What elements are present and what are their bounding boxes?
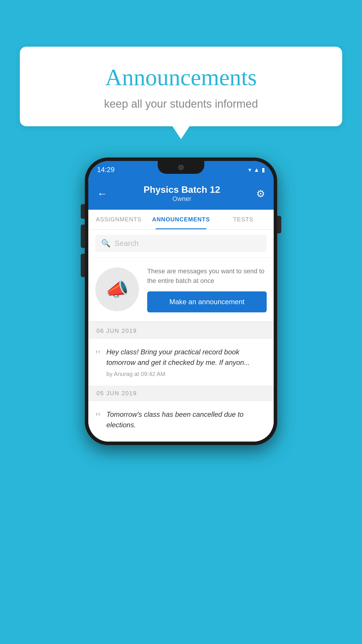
search-icon: 🔍 xyxy=(101,239,110,248)
status-time: 14:29 xyxy=(97,166,115,174)
tab-assignments[interactable]: ASSIGNMENTS xyxy=(88,210,149,229)
quote-icon-2: " xyxy=(95,411,101,424)
mute-button xyxy=(81,204,85,219)
speech-bubble-subtitle: keep all your students informed xyxy=(37,98,325,110)
status-icons: ▾ ▲ ▮ xyxy=(248,166,265,173)
tabs-bar: ASSIGNMENTS ANNOUNCEMENTS TESTS xyxy=(88,210,274,230)
phone-outer-frame: 14:29 ▾ ▲ ▮ ← Physics Batch 12 Owner ⚙ xyxy=(85,158,277,445)
camera xyxy=(178,165,184,170)
tab-announcements[interactable]: ANNOUNCEMENTS xyxy=(149,210,213,229)
power-button xyxy=(277,216,281,233)
speech-bubble-card: Announcements keep all your students inf… xyxy=(20,47,342,126)
phone-notch xyxy=(158,161,204,174)
announcement-text-1: Hey class! Bring your practical record b… xyxy=(106,347,267,368)
app-header: ← Physics Batch 12 Owner ⚙ xyxy=(88,178,274,210)
search-input-wrap[interactable]: 🔍 Search xyxy=(95,235,267,252)
announcement-item-2[interactable]: " Tomorrow's class has been cancelled du… xyxy=(88,401,274,442)
wifi-icon: ▾ xyxy=(248,166,251,173)
settings-button[interactable]: ⚙ xyxy=(256,188,265,200)
volume-up-button xyxy=(81,225,85,248)
announcement-item-1[interactable]: " Hey class! Bring your practical record… xyxy=(88,339,274,386)
make-announcement-button[interactable]: Make an announcement xyxy=(147,291,267,312)
search-placeholder: Search xyxy=(115,239,138,248)
speech-bubble-title: Announcements xyxy=(37,64,325,91)
announcement-meta-1: by Anurag at 09:42 AM xyxy=(106,371,267,377)
tab-tests[interactable]: TESTS xyxy=(213,210,274,229)
announce-description: These are messages you want to send to t… xyxy=(147,266,267,286)
volume-down-button xyxy=(81,254,85,277)
battery-icon: ▮ xyxy=(262,166,265,173)
header-title: Physics Batch 12 xyxy=(143,184,220,195)
announcement-text-2: Tomorrow's class has been cancelled due … xyxy=(106,409,267,430)
announcement-text-group-1: Hey class! Bring your practical record b… xyxy=(106,347,267,377)
header-title-group: Physics Batch 12 Owner xyxy=(143,184,220,203)
announcement-text-group-2: Tomorrow's class has been cancelled due … xyxy=(106,409,267,433)
back-button[interactable]: ← xyxy=(97,188,108,200)
announce-icon-circle: 📣 xyxy=(95,267,139,311)
header-subtitle: Owner xyxy=(143,195,220,203)
speech-bubble-section: Announcements keep all your students inf… xyxy=(20,47,342,126)
megaphone-icon: 📣 xyxy=(106,279,129,300)
date-separator-1: 06 JUN 2019 xyxy=(88,323,274,339)
signal-icon: ▲ xyxy=(254,167,259,173)
phone-screen: 14:29 ▾ ▲ ▮ ← Physics Batch 12 Owner ⚙ xyxy=(88,161,274,442)
phone-mockup: 14:29 ▾ ▲ ▮ ← Physics Batch 12 Owner ⚙ xyxy=(85,158,277,445)
announce-prompt-section: 📣 These are messages you want to send to… xyxy=(88,258,274,323)
search-container: 🔍 Search xyxy=(88,230,274,258)
quote-icon-1: " xyxy=(95,349,101,361)
date-separator-2: 05 JUN 2019 xyxy=(88,386,274,401)
status-bar: 14:29 ▾ ▲ ▮ xyxy=(88,161,274,178)
announce-right: These are messages you want to send to t… xyxy=(147,266,267,312)
